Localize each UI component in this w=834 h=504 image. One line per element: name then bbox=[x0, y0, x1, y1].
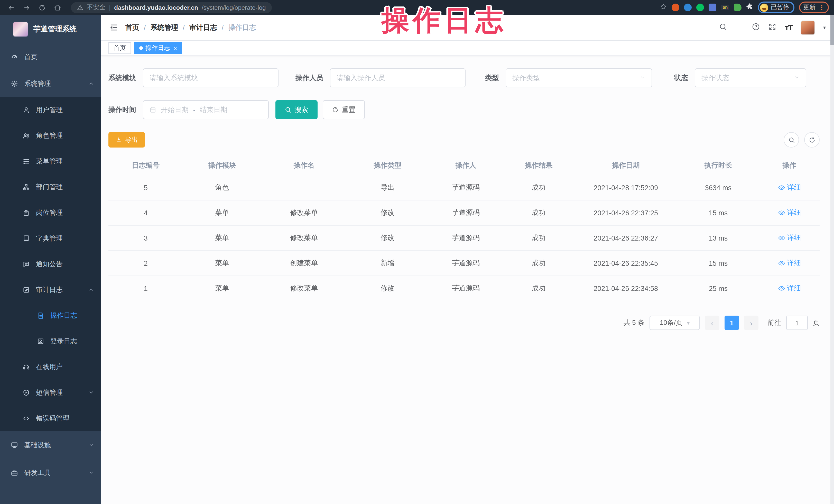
show-search-button[interactable] bbox=[784, 132, 799, 148]
profile-chip[interactable]: 已暂停 bbox=[758, 2, 794, 13]
table-row: 3 菜单 修改菜单 修改 芋道源码 成功 2021-04-26 22:36:27… bbox=[108, 226, 819, 251]
book-icon bbox=[23, 235, 30, 242]
sidebar-item-role-mgmt[interactable]: 角色管理 bbox=[0, 123, 101, 149]
sidebar-item-error-code[interactable]: 错误码管理 bbox=[0, 406, 101, 431]
sidebar-item-login-log[interactable]: 登录日志 bbox=[0, 328, 101, 354]
search-icon[interactable] bbox=[719, 22, 727, 32]
next-page-button[interactable]: › bbox=[744, 315, 759, 330]
fullscreen-icon[interactable] bbox=[768, 22, 777, 32]
extension-icon[interactable] bbox=[696, 4, 704, 11]
help-icon[interactable] bbox=[752, 22, 760, 32]
table-row: 5 角色 导出 芋道源码 成功 2021-04-28 17:52:09 3634… bbox=[108, 175, 819, 200]
sidebar-item-sms-mgmt[interactable]: 短信管理 bbox=[0, 380, 101, 406]
calendar-icon bbox=[150, 106, 156, 113]
current-page-button[interactable]: 1 bbox=[725, 315, 739, 330]
breadcrumb-system[interactable]: 系统管理 bbox=[151, 23, 178, 32]
breadcrumb-audit[interactable]: 审计日志 bbox=[189, 23, 217, 32]
detail-link[interactable]: 详细 bbox=[778, 258, 801, 267]
sidebar-item-notice[interactable]: 通知公告 bbox=[0, 251, 101, 277]
browser-forward-icon[interactable] bbox=[21, 1, 33, 14]
bookmark-star-icon[interactable] bbox=[660, 3, 667, 12]
logo-image bbox=[13, 22, 28, 37]
close-tag-icon[interactable]: × bbox=[174, 45, 177, 51]
sidebar-logo[interactable]: 芋道管理系统 bbox=[0, 15, 101, 44]
extension-icon[interactable] bbox=[709, 4, 716, 11]
date-range-picker[interactable]: 开始日期 - 结束日期 bbox=[143, 100, 269, 119]
chevron-up-icon bbox=[88, 286, 94, 294]
url-path: /system/log/operate-log bbox=[202, 4, 266, 11]
pagination: 共 5 条 10条/页 ▾ ‹ 1 › 前往 页 bbox=[108, 315, 819, 330]
module-input[interactable] bbox=[143, 68, 279, 87]
toolbox-icon bbox=[11, 469, 18, 477]
prev-page-button[interactable]: ‹ bbox=[705, 315, 719, 330]
sidebar-item-home[interactable]: 首页 bbox=[0, 44, 101, 70]
sidebar-toggle-icon[interactable] bbox=[109, 23, 118, 32]
headset-icon bbox=[23, 364, 30, 371]
address-bar[interactable]: 不安全 | dashboard.yudao.iocoder.cn /system… bbox=[71, 2, 272, 13]
sidebar-item-system-mgmt[interactable]: 系统管理 bbox=[0, 70, 101, 97]
tag-operate-log[interactable]: 操作日志 × bbox=[134, 42, 182, 54]
badge-icon bbox=[23, 209, 30, 216]
github-icon[interactable] bbox=[736, 22, 744, 32]
breadcrumb-home[interactable]: 首页 bbox=[125, 23, 139, 32]
type-select[interactable]: 操作类型 bbox=[506, 68, 652, 87]
active-tag-dot bbox=[139, 46, 143, 50]
refresh-icon bbox=[332, 106, 338, 113]
detail-link[interactable]: 详细 bbox=[778, 208, 801, 217]
user-avatar[interactable] bbox=[800, 20, 815, 35]
users-icon bbox=[23, 132, 30, 139]
sidebar-item-online-users[interactable]: 在线用户 bbox=[0, 354, 101, 380]
sidebar-item-infrastructure[interactable]: 基础设施 bbox=[0, 431, 101, 459]
operator-input[interactable] bbox=[330, 68, 465, 87]
export-button[interactable]: 导出 bbox=[108, 132, 145, 148]
sidebar-item-dept-mgmt[interactable]: 部门管理 bbox=[0, 174, 101, 200]
detail-link[interactable]: 详细 bbox=[778, 284, 801, 293]
status-select[interactable]: 操作状态 bbox=[695, 68, 806, 87]
scrollbar-thumb[interactable] bbox=[830, 15, 834, 45]
sidebar-item-menu-mgmt[interactable]: 菜单管理 bbox=[0, 149, 101, 174]
page-size-select[interactable]: 10条/页 ▾ bbox=[650, 315, 700, 330]
goto-label: 前往 bbox=[768, 318, 781, 327]
extension-icon[interactable] bbox=[672, 4, 679, 11]
browser-back-icon[interactable] bbox=[5, 1, 18, 14]
eye-icon bbox=[778, 285, 785, 292]
status-label: 状态 bbox=[674, 73, 688, 83]
tag-home[interactable]: 首页 bbox=[108, 42, 131, 54]
browser-home-icon[interactable] bbox=[51, 1, 64, 14]
browser-scrollbar[interactable] bbox=[830, 15, 834, 504]
edit-square-icon bbox=[23, 286, 30, 293]
sidebar-item-operate-log[interactable]: 操作日志 bbox=[0, 303, 101, 328]
sidebar-item-user-mgmt[interactable]: 用户管理 bbox=[0, 97, 101, 123]
sidebar-item-post-mgmt[interactable]: 岗位管理 bbox=[0, 200, 101, 226]
user-icon bbox=[23, 106, 30, 114]
extension-leaf-icon[interactable] bbox=[734, 4, 742, 11]
sidebar-item-dev-tools[interactable]: 研发工具 bbox=[0, 459, 101, 487]
extensions-puzzle-icon[interactable] bbox=[746, 3, 753, 12]
refresh-table-button[interactable] bbox=[804, 132, 819, 148]
sidebar: 芋道管理系统 首页 系统管理 用户管理 角色管理 bbox=[0, 15, 101, 504]
sidebar-item-audit-log[interactable]: 审计日志 bbox=[0, 277, 101, 303]
list-icon bbox=[23, 158, 30, 165]
sidebar-item-dict-mgmt[interactable]: 字典管理 bbox=[0, 226, 101, 251]
browser-update-button[interactable]: 更新 ⋮ bbox=[799, 2, 829, 13]
login-log-icon bbox=[37, 338, 44, 345]
chevron-down-icon bbox=[640, 74, 645, 82]
start-date-placeholder: 开始日期 bbox=[161, 105, 189, 114]
operate-log-table: 日志编号 操作模块 操作名 操作类型 操作人 操作结果 操作日期 执行时长 操作… bbox=[108, 156, 819, 301]
extension-on-badge[interactable]: on bbox=[721, 5, 729, 10]
detail-link[interactable]: 详细 bbox=[778, 233, 801, 242]
extension-icon[interactable] bbox=[684, 4, 692, 11]
detail-link[interactable]: 详细 bbox=[778, 183, 801, 192]
avatar-caret-icon[interactable]: ▾ bbox=[823, 25, 826, 30]
message-icon bbox=[23, 261, 30, 268]
chevron-down-icon bbox=[88, 389, 94, 397]
reset-button[interactable]: 重置 bbox=[323, 100, 365, 119]
browser-menu-icon[interactable]: ⋮ bbox=[818, 4, 825, 11]
font-size-icon[interactable]: ᴛT bbox=[785, 23, 792, 32]
browser-reload-icon[interactable] bbox=[36, 1, 48, 14]
chevron-down-icon: ▾ bbox=[687, 320, 689, 326]
search-button[interactable]: 搜索 bbox=[276, 100, 317, 119]
refresh-icon bbox=[809, 136, 815, 143]
goto-page-input[interactable] bbox=[786, 315, 808, 330]
chevron-down-icon bbox=[88, 469, 94, 477]
